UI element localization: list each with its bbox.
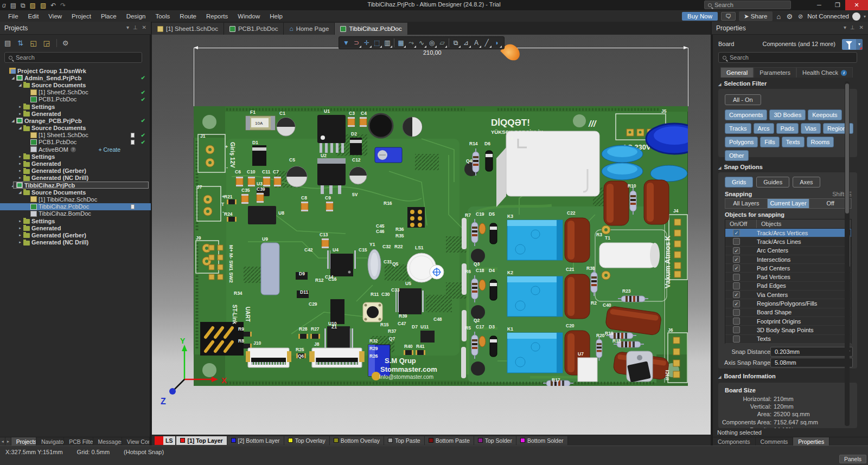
tree-row[interactable]: ▸Generated (Gerber)	[0, 231, 151, 238]
properties-search-input[interactable]: Search	[718, 52, 857, 63]
snap-magnet-icon[interactable]: ⊃	[352, 37, 361, 48]
sync-icon[interactable]: ⇅	[17, 39, 23, 47]
diode-d6[interactable]	[486, 151, 493, 171]
menu-item-file[interactable]: File	[3, 12, 23, 21]
panel-tab-properties[interactable]: Properties	[793, 437, 829, 445]
capacitor-c7[interactable]	[274, 177, 281, 186]
cursor-cross-icon[interactable]: ✛	[362, 37, 372, 48]
layer-tab[interactable]: Top Overlay	[284, 436, 330, 445]
checkbox[interactable]	[733, 274, 740, 281]
help-icon[interactable]: ?	[71, 147, 76, 152]
segment-all-layers[interactable]: All Layers	[725, 199, 768, 208]
tree-row[interactable]: ▸Settings	[0, 153, 151, 160]
capacitor-top-right-1[interactable]	[604, 181, 629, 225]
pin-icon[interactable]: ⊤	[133, 24, 138, 30]
folder-search-icon[interactable]: ◱	[30, 39, 36, 47]
menu-item-edit[interactable]: Edit	[23, 12, 44, 21]
scroll-left-icon[interactable]: ◂	[0, 437, 5, 445]
capacitor-c11[interactable]	[263, 177, 270, 186]
tree-row[interactable]: ▸Settings	[0, 103, 151, 110]
settings-gear-icon[interactable]: ⚙	[785, 12, 794, 21]
panel-tab-projects[interactable]: Projects	[11, 437, 36, 445]
current-layer-chip[interactable]: LS	[155, 436, 175, 445]
checkbox[interactable]	[733, 335, 740, 343]
resistor-r41[interactable]	[416, 350, 425, 355]
close-panel-icon[interactable]: ✕	[859, 24, 864, 30]
menu-item-tools[interactable]: Tools	[150, 12, 175, 21]
resistor-r38[interactable]	[591, 269, 597, 296]
tree-row[interactable]: ▸Generated	[0, 110, 151, 117]
snap-object-row[interactable]: ✓Regions/Polygons/Fills	[725, 299, 851, 308]
snap-object-row[interactable]: ✓Via Centers	[725, 290, 851, 299]
close-button[interactable]: ✕	[845, 0, 868, 10]
share-button[interactable]: ➤ Share	[739, 11, 773, 21]
checkbox[interactable]: ✓	[733, 264, 740, 272]
crystal-y1[interactable]	[368, 249, 381, 280]
panel-tab-pcb-filter[interactable]: PCB Filter	[64, 437, 93, 445]
ic-u8[interactable]	[248, 206, 276, 224]
snap-object-row[interactable]: Pad Edges	[725, 282, 851, 290]
inductor-t1[interactable]	[599, 243, 660, 268]
filter-chip-texts[interactable]: Texts	[782, 137, 805, 147]
filter-button[interactable]	[842, 39, 856, 50]
diode-d1[interactable]	[252, 145, 266, 166]
filter-chip-polygons[interactable]: Polygons	[725, 137, 758, 147]
snap-object-row[interactable]: ✓Intersections	[725, 255, 851, 264]
capacitor-c5[interactable]	[286, 166, 307, 187]
tree-row[interactable]: PCB1.PcbDoc✔	[0, 139, 151, 146]
resistor-r20[interactable]	[596, 337, 602, 361]
line-icon[interactable]: ╱	[482, 37, 492, 48]
filter-chip-fills[interactable]: Fills	[760, 137, 780, 147]
scroll-right-icon[interactable]: ▸	[5, 437, 11, 445]
section-board-information[interactable]: Board Information	[718, 373, 776, 379]
via-pad[interactable]	[602, 271, 610, 280]
tree-row[interactable]: ◢TibbiCihaz.PrjPcb	[0, 182, 151, 189]
tactile-button[interactable]	[363, 302, 382, 322]
checkbox[interactable]	[733, 309, 740, 316]
create-link[interactable]: + Create	[98, 146, 120, 153]
checkbox[interactable]	[733, 326, 740, 333]
checkbox[interactable]	[733, 282, 740, 289]
tab-general[interactable]: General	[720, 67, 754, 78]
filter-chip-tracks[interactable]: Tracks	[725, 123, 751, 134]
differential-route-icon[interactable]: ∿	[417, 37, 426, 48]
relay-k4[interactable]	[496, 131, 599, 207]
expand-icon[interactable]: ▸	[17, 105, 23, 109]
mcu-u4[interactable]	[327, 250, 356, 276]
expand-icon[interactable]: ▸	[17, 219, 23, 223]
capacitor-c13[interactable]	[322, 238, 329, 248]
snap-object-row[interactable]: Track/Arcs Lines	[725, 237, 851, 246]
close-panel-icon[interactable]: ✕	[142, 24, 146, 30]
capacitor-c12[interactable]	[349, 167, 367, 184]
doc-tab[interactable]: TibbiCihaz.PcbDoc	[335, 23, 407, 35]
layer-tab[interactable]: Bottom Solder	[516, 436, 568, 445]
snap-object-row[interactable]: Footprint Origins	[725, 317, 851, 326]
room-icon[interactable]: ▱	[437, 37, 447, 48]
measure-icon[interactable]: ⊿	[461, 37, 471, 48]
pad-via-icon[interactable]: ◎	[427, 37, 437, 48]
filter-chip-arcs[interactable]: Arcs	[754, 123, 774, 134]
connector-j8[interactable]	[309, 348, 365, 367]
menu-item-window[interactable]: Window	[233, 12, 265, 21]
tree-row[interactable]: PCB1.PcbDoc✔	[0, 96, 151, 103]
layer-tab[interactable]: Bottom Paste	[425, 436, 474, 445]
tree-row[interactable]: ◢Source Documents	[0, 81, 151, 88]
capacitor-c1[interactable]	[277, 118, 295, 136]
tree-row[interactable]: ▸Settings	[0, 217, 151, 224]
tree-row[interactable]: [1] Sheet2.SchDoc✔	[0, 89, 151, 96]
checkbox[interactable]	[733, 318, 740, 325]
tree-row[interactable]: ◢Orange_PCB.PrjPcb✔	[0, 117, 151, 124]
tree-row[interactable]: ▸Generated (NC Drill)	[0, 239, 151, 246]
expand-icon[interactable]: ◢	[17, 83, 23, 87]
dropdown-icon[interactable]: ▾	[844, 24, 846, 30]
component-icon[interactable]: ▦	[396, 37, 406, 48]
module-u9[interactable]	[261, 243, 279, 295]
folder-settings-icon[interactable]: ◲	[43, 39, 50, 47]
filter-chip-components[interactable]: Components	[725, 109, 767, 120]
regulator-u1[interactable]	[317, 115, 346, 153]
layer-tab[interactable]: [2] Bottom Layer	[227, 436, 284, 445]
tree-row[interactable]: [1] TibbiCihaz.SchDoc	[0, 196, 151, 203]
scrollbar-thumb[interactable]	[845, 83, 849, 214]
panel-tab-navigator[interactable]: Navigator	[36, 437, 64, 445]
segment-current-layer[interactable]: Current Layer	[768, 199, 810, 208]
